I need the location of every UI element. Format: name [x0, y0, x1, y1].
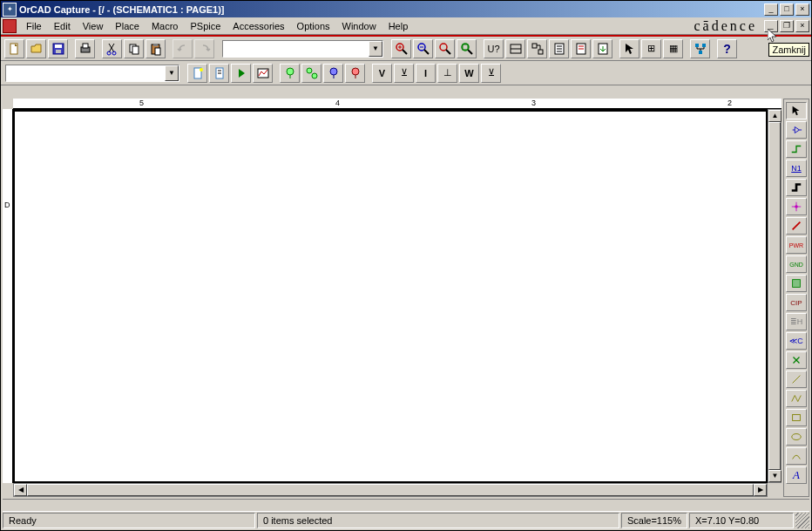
menu-macro[interactable]: Macro: [145, 19, 185, 33]
schematic-canvas[interactable]: [13, 109, 768, 483]
resize-bar[interactable]: [3, 499, 809, 511]
new-sim-button[interactable]: [187, 64, 207, 83]
voltage-marker-button[interactable]: [280, 64, 300, 83]
select-button[interactable]: [619, 39, 639, 58]
place-hier-block-tool[interactable]: [786, 275, 807, 292]
bom-button[interactable]: [549, 39, 569, 58]
svg-point-58: [352, 68, 359, 75]
v-toggle-button[interactable]: ⊻: [394, 64, 414, 83]
annotate-button[interactable]: U?: [484, 39, 504, 58]
simulation-profile-input[interactable]: [6, 65, 165, 81]
w-toggle-button[interactable]: ⊻: [481, 64, 501, 83]
menu-place[interactable]: Place: [109, 19, 145, 33]
minimize-button[interactable]: _: [764, 3, 778, 16]
zoom-in-button[interactable]: [391, 39, 411, 58]
menu-window[interactable]: Window: [336, 19, 382, 33]
scroll-right-button[interactable]: ▶: [754, 484, 767, 496]
simulation-profile-combo[interactable]: ▼: [5, 65, 179, 82]
place-text-tool[interactable]: A: [786, 466, 807, 484]
svg-rect-11: [153, 44, 158, 46]
scroll-up-button[interactable]: ▲: [768, 110, 782, 122]
resize-grip[interactable]: [795, 513, 809, 528]
place-ellipse-tool[interactable]: [786, 428, 807, 446]
paste-button[interactable]: [145, 39, 166, 58]
place-wire-tool[interactable]: [786, 140, 807, 158]
netlist-button[interactable]: [527, 39, 547, 58]
place-junction-tool[interactable]: [786, 198, 807, 215]
zoom-area-button[interactable]: [435, 39, 455, 58]
w-level-button[interactable]: W: [459, 64, 479, 83]
horizontal-scrollbar[interactable]: ◀ ▶: [13, 483, 768, 497]
menu-bar: File Edit View Place Macro PSpice Access…: [1, 17, 811, 35]
current-marker-button[interactable]: [323, 64, 343, 83]
place-offpage-tool[interactable]: ≪C: [786, 332, 807, 350]
grid-button[interactable]: ▦: [663, 39, 683, 58]
undo-button[interactable]: [173, 39, 193, 58]
zoom-fit-button[interactable]: [457, 39, 477, 58]
svg-point-62: [795, 205, 798, 208]
net-alias-tool[interactable]: N1: [786, 160, 807, 177]
place-rectangle-tool[interactable]: [786, 409, 807, 426]
run-sim-button[interactable]: [231, 64, 251, 83]
save-button[interactable]: [48, 39, 68, 58]
print-button[interactable]: [75, 39, 95, 58]
scroll-left-button[interactable]: ◀: [14, 484, 27, 496]
mdi-minimize-button[interactable]: _: [764, 20, 778, 32]
menu-view[interactable]: View: [77, 19, 110, 33]
cut-button[interactable]: [102, 39, 122, 58]
place-bus-tool[interactable]: [786, 179, 807, 196]
svg-rect-40: [702, 44, 706, 47]
view-results-button[interactable]: [253, 64, 273, 83]
maximize-button[interactable]: □: [780, 3, 794, 16]
place-port-tool[interactable]: CIP: [786, 294, 807, 311]
zoom-out-button[interactable]: [413, 39, 433, 58]
place-bus-entry-tool[interactable]: [786, 217, 807, 235]
open-button[interactable]: [26, 39, 46, 58]
menu-accessories[interactable]: Accessories: [227, 19, 290, 33]
menu-file[interactable]: File: [20, 19, 48, 33]
svg-line-23: [468, 50, 472, 54]
v-level-button[interactable]: V: [372, 64, 392, 83]
i-toggle-button[interactable]: ⊥: [437, 64, 457, 83]
menu-edit[interactable]: Edit: [48, 19, 77, 33]
backannotate-button[interactable]: [592, 39, 612, 58]
edit-sim-button[interactable]: [209, 64, 229, 83]
place-pin-tool[interactable]: ≣H: [786, 313, 807, 330]
part-search-input[interactable]: [223, 41, 369, 57]
new-button[interactable]: [4, 39, 24, 58]
select-tool[interactable]: [786, 102, 807, 119]
project-manager-button[interactable]: [690, 39, 710, 58]
menu-options[interactable]: Options: [291, 19, 336, 33]
close-button[interactable]: ×: [795, 3, 809, 16]
crossref-button[interactable]: [571, 39, 591, 58]
place-arc-tool[interactable]: [786, 447, 807, 465]
copy-button[interactable]: [124, 39, 144, 58]
mdi-restore-button[interactable]: ❐: [780, 20, 794, 32]
part-search-dropdown[interactable]: ▼: [369, 41, 382, 57]
place-polyline-tool[interactable]: [786, 390, 807, 407]
no-connect-tool[interactable]: [786, 351, 807, 369]
part-search-combo[interactable]: ▼: [222, 40, 383, 58]
help-button[interactable]: ?: [717, 39, 737, 58]
menu-pspice[interactable]: PSpice: [184, 19, 227, 33]
vertical-scrollbar[interactable]: ▲ ▼: [768, 109, 782, 483]
voltage-diff-marker-button[interactable]: [301, 64, 321, 83]
svg-rect-28: [538, 50, 543, 54]
simulation-profile-dropdown[interactable]: ▼: [165, 65, 179, 81]
document-sys-icon[interactable]: [3, 19, 17, 33]
i-level-button[interactable]: I: [416, 64, 436, 83]
drc-button[interactable]: [505, 39, 525, 58]
svg-rect-9: [132, 46, 139, 54]
power-marker-button[interactable]: [345, 64, 365, 83]
place-ground-tool[interactable]: GND: [786, 255, 807, 273]
title-bar: ✦ OrCAD Capture - [/ - (SCHEMATIC1 : PAG…: [1, 1, 811, 17]
place-line-tool[interactable]: [786, 371, 807, 388]
scroll-down-button[interactable]: ▼: [768, 470, 782, 482]
redo-button[interactable]: [194, 39, 214, 58]
mdi-close-button[interactable]: ×: [795, 20, 809, 32]
snap-button[interactable]: ⊞: [641, 39, 661, 58]
status-bar: Ready 0 items selected Scale=115% X=7.10…: [3, 511, 809, 528]
menu-help[interactable]: Help: [382, 19, 415, 33]
place-power-tool[interactable]: PWR: [786, 236, 807, 254]
place-part-tool[interactable]: [786, 121, 807, 139]
